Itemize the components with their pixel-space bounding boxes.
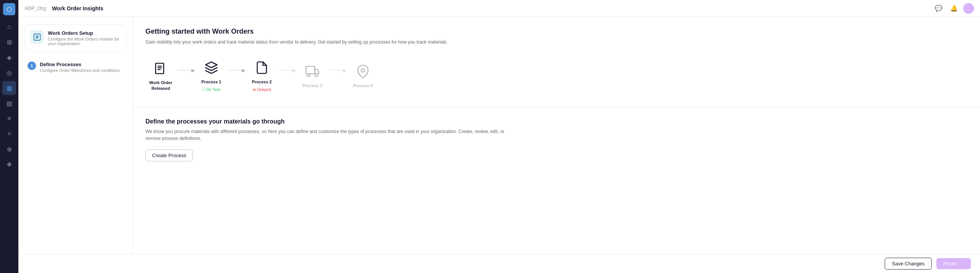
work-order-icon <box>152 60 169 77</box>
main-area: ADP_Org Work Order Insights 💬 🔔 Work Ord… <box>18 0 980 273</box>
save-changes-button[interactable]: Save Changes <box>885 258 932 270</box>
node-process-2: Process 2 ⊗ Delayed <box>247 59 277 92</box>
sidebar-item-settings[interactable]: ⊕ <box>2 142 16 156</box>
app-logo: ⬡ <box>3 3 15 15</box>
arrow-3: ▶ <box>277 68 297 73</box>
sidebar-item-dashboard[interactable]: ▦ <box>2 81 16 95</box>
setup-card-title: Work Orders Setup <box>48 30 121 36</box>
finish-label: Finish <box>943 261 957 266</box>
step-text: Define Processes Configure Order Milesto… <box>40 62 120 73</box>
setup-card: Work Orders Setup Configure the Work Ord… <box>24 24 127 52</box>
setup-card-text: Work Orders Setup Configure the Work Ord… <box>48 30 121 46</box>
process1-icon <box>203 59 220 76</box>
sidebar-item-grid[interactable]: ⊞ <box>2 35 16 49</box>
right-panel: Getting started with Work Orders Gain vi… <box>133 17 980 254</box>
chat-icon[interactable]: 💬 <box>933 2 945 15</box>
sidebar-item-location[interactable]: ◎ <box>2 66 16 80</box>
process2-label: Process 2 <box>252 79 272 84</box>
arrow-1: ▶ <box>176 68 196 73</box>
node-process-4: Process 4 <box>348 63 378 88</box>
getting-started-description: Gain visibility into your work orders an… <box>145 39 490 46</box>
process-flow: Work Order Released ▶ <box>145 56 968 98</box>
process3-icon <box>304 63 321 80</box>
bell-icon[interactable]: 🔔 <box>948 2 960 15</box>
arrow-2: ▶ <box>227 68 247 73</box>
sidebar-item-tag[interactable]: ⌗ <box>2 127 16 141</box>
svg-point-10 <box>315 74 318 77</box>
getting-started-section: Getting started with Work Orders Gain vi… <box>133 17 980 107</box>
finish-button[interactable]: Finish → <box>936 258 971 269</box>
process1-status: ✓ On Time <box>202 88 221 92</box>
check-icon: ✓ <box>202 88 205 92</box>
sidebar-item-plugin[interactable]: ❖ <box>2 158 16 171</box>
define-title: Define the processes your materials go t… <box>145 118 968 125</box>
setup-icon <box>30 30 44 44</box>
page-title: Work Order Insights <box>52 5 103 11</box>
define-section: Define the processes your materials go t… <box>133 107 980 254</box>
process4-label: Process 4 <box>353 83 373 88</box>
create-process-button[interactable]: Create Process <box>145 150 193 161</box>
node-work-order-released: Work Order Released <box>145 60 176 91</box>
warning-icon: ⊗ <box>253 88 256 92</box>
sidebar: ⬡ ⌂ ⊞ ◈ ◎ ▦ ▤ ≡ ⌗ ⊕ ❖ <box>0 0 18 273</box>
define-description: We know you procure materials with diffe… <box>145 128 509 142</box>
process2-icon <box>253 59 270 76</box>
process3-label: Process 3 <box>302 83 322 88</box>
svg-rect-4 <box>156 63 164 74</box>
step-title: Define Processes <box>40 62 120 67</box>
svg-point-9 <box>307 74 310 77</box>
work-order-label: Work Order Released <box>149 80 172 91</box>
step-number: 1 <box>28 62 36 70</box>
node-process-1: Process 1 ✓ On Time <box>196 59 227 92</box>
setup-card-subtitle: Configure the Work Orders module for you… <box>48 37 121 46</box>
process2-status: ⊗ Delayed <box>253 88 271 92</box>
org-label: ADP_Org <box>24 5 46 11</box>
node-process-3: Process 3 <box>297 63 328 88</box>
avatar[interactable] <box>963 3 974 14</box>
sidebar-item-package[interactable]: ◈ <box>2 50 16 64</box>
getting-started-title: Getting started with Work Orders <box>145 28 968 36</box>
footer: Save Changes Finish → <box>18 254 980 273</box>
process4-icon <box>354 63 371 80</box>
left-panel: Work Orders Setup Configure the Work Ord… <box>18 17 133 254</box>
svg-rect-8 <box>306 66 315 74</box>
content-area: Work Orders Setup Configure the Work Ord… <box>18 17 980 254</box>
process1-label: Process 1 <box>201 79 221 84</box>
step-subtitle: Configure Order Milestones and condition… <box>40 68 120 73</box>
finish-arrow-icon: → <box>959 261 964 266</box>
sidebar-item-chart[interactable]: ▤ <box>2 96 16 110</box>
arrow-4: ▶ <box>328 68 348 73</box>
svg-point-11 <box>361 68 365 72</box>
sidebar-item-home[interactable]: ⌂ <box>2 20 16 34</box>
topbar: ADP_Org Work Order Insights 💬 🔔 <box>18 0 980 17</box>
step-item: 1 Define Processes Configure Order Miles… <box>24 58 127 76</box>
sidebar-item-list[interactable]: ≡ <box>2 112 16 125</box>
